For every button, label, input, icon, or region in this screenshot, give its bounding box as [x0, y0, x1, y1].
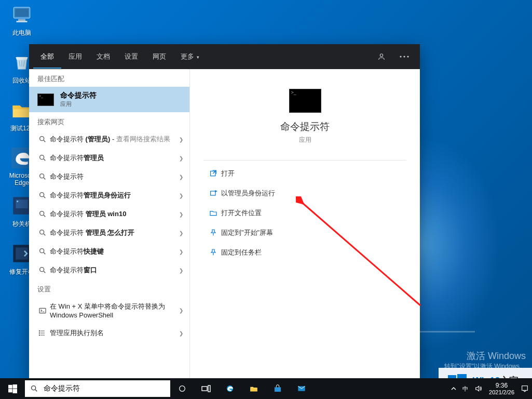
svg-point-23 — [39, 330, 39, 331]
search-icon — [35, 135, 50, 143]
section-web: 搜索网页 — [29, 112, 189, 130]
search-icon — [35, 172, 50, 181]
svg-point-14 — [40, 137, 44, 141]
store-taskbar-icon[interactable] — [266, 378, 290, 399]
system-tray: 中 9:36 2021/2/26 — [448, 378, 532, 399]
action-run-as-admin[interactable]: 以管理员身份运行 — [203, 183, 406, 203]
web-result[interactable]: 命令提示符 ❯ — [29, 167, 189, 186]
search-icon — [35, 210, 50, 218]
cortana-icon[interactable] — [170, 378, 194, 399]
taskbar-search[interactable] — [25, 380, 170, 397]
search-icon — [35, 266, 50, 274]
web-result[interactable]: 命令提示符窗口 ❯ — [29, 261, 189, 280]
svg-rect-22 — [39, 308, 46, 313]
svg-point-17 — [40, 193, 44, 197]
action-label: 以管理员身份运行 — [221, 189, 275, 198]
desktop-icon-label: 此电脑 — [2, 28, 42, 38]
user-icon[interactable] — [370, 52, 393, 61]
svg-point-15 — [40, 155, 44, 159]
tray-notifications-icon[interactable] — [517, 378, 532, 399]
action-open[interactable]: 打开 — [203, 164, 406, 183]
web-result[interactable]: 命令提示符快捷键 ❯ — [29, 242, 189, 261]
search-icon — [25, 384, 44, 393]
chevron-right-icon: ❯ — [179, 211, 183, 217]
settings-result[interactable]: 管理应用执行别名 ❯ — [29, 324, 189, 342]
desktop-icon-this-pc[interactable]: 此电脑 — [2, 3, 42, 38]
chevron-right-icon: ❯ — [179, 174, 183, 180]
svg-rect-35 — [8, 389, 12, 392]
web-result[interactable]: 命令提示符 管理员 win10 ❯ — [29, 205, 189, 223]
chevron-right-icon: ❯ — [179, 155, 183, 161]
svg-point-21 — [40, 268, 44, 272]
explorer-taskbar-icon[interactable] — [242, 378, 266, 399]
watermark-title: 激活 Windows — [444, 350, 526, 362]
svg-point-11 — [400, 56, 401, 57]
search-input[interactable] — [44, 384, 170, 393]
list-icon — [35, 329, 50, 337]
result-text: 命令提示符快捷键 — [50, 247, 179, 256]
tab-settings[interactable]: 设置 — [117, 45, 145, 69]
web-result[interactable]: 命令提示符管理员身份运行 ❯ — [29, 186, 189, 205]
start-button[interactable] — [0, 378, 25, 399]
svg-rect-34 — [12, 384, 17, 389]
preview-title: 命令提示符 — [203, 120, 406, 134]
action-label: 打开 — [221, 169, 235, 178]
svg-point-19 — [40, 230, 44, 234]
tray-volume-icon[interactable] — [471, 378, 486, 399]
action-label: 打开文件位置 — [221, 208, 262, 218]
web-result[interactable]: 命令提示符 管理员 怎么打开 ❯ — [29, 223, 189, 242]
svg-rect-39 — [202, 387, 207, 391]
web-result[interactable]: 命令提示符 (管理员) - 查看网络搜索结果 ❯ — [29, 130, 189, 149]
svg-rect-33 — [8, 384, 12, 388]
shield-icon — [206, 189, 221, 197]
search-icon — [35, 247, 50, 256]
result-text: 命令提示符 — [50, 172, 179, 181]
web-result[interactable]: 命令提示符管理员 ❯ — [29, 149, 189, 167]
preview-pane: 命令提示符 应用 打开 以管理员身份运行 打开文件位置 固定到"开始"屏幕 固 — [190, 69, 420, 378]
chevron-right-icon: ❯ — [179, 330, 183, 336]
app-preview-icon — [289, 89, 321, 113]
svg-rect-36 — [12, 389, 17, 393]
svg-rect-45 — [522, 386, 528, 391]
svg-point-7 — [17, 201, 18, 202]
tab-web[interactable]: 网页 — [145, 45, 173, 69]
tray-clock[interactable]: 9:36 2021/2/26 — [486, 378, 517, 399]
best-match-item[interactable]: 命令提示符 应用 — [29, 87, 189, 112]
pin-icon — [206, 248, 221, 257]
search-icon — [35, 229, 50, 237]
search-panel: 全部 应用 文档 设置 网页 更多 最佳匹配 命令提示符 应用 搜索网页 — [29, 44, 420, 378]
svg-point-12 — [403, 56, 405, 57]
edge-taskbar-icon[interactable] — [218, 378, 242, 399]
search-icon — [35, 154, 50, 162]
best-match-title: 命令提示符 — [60, 91, 97, 100]
tray-chevron-icon[interactable] — [448, 378, 459, 399]
action-pin-start[interactable]: 固定到"开始"屏幕 — [203, 223, 406, 243]
result-text: 命令提示符 管理员 怎么打开 — [50, 228, 179, 237]
results-list: 最佳匹配 命令提示符 应用 搜索网页 命令提示符 (管理员) - 查看网络搜索结… — [29, 69, 190, 378]
settings-result[interactable]: 在 Win + X 菜单中将命令提示符替换为 Windows PowerShel… — [29, 297, 189, 324]
cmd-icon — [37, 94, 54, 106]
action-pin-taskbar[interactable]: 固定到任务栏 — [203, 243, 406, 262]
result-text: 命令提示符管理员 — [50, 153, 179, 163]
chevron-right-icon: ❯ — [179, 308, 183, 313]
svg-rect-3 — [17, 21, 28, 22]
tab-docs[interactable]: 文档 — [89, 45, 117, 69]
open-icon — [206, 169, 221, 178]
action-label: 固定到"开始"屏幕 — [221, 228, 273, 237]
result-text: 管理应用执行别名 — [50, 328, 179, 338]
tab-more[interactable]: 更多 — [173, 45, 207, 69]
best-match-sub: 应用 — [60, 100, 97, 108]
result-text: 在 Win + X 菜单中将命令提示符替换为 Windows PowerShel… — [50, 302, 179, 319]
svg-rect-40 — [208, 385, 210, 392]
search-tabs: 全部 应用 文档 设置 网页 更多 — [29, 44, 420, 69]
svg-rect-27 — [211, 191, 215, 195]
action-open-location[interactable]: 打开文件位置 — [203, 203, 406, 223]
more-options-icon[interactable] — [393, 56, 416, 58]
task-view-icon[interactable] — [194, 378, 218, 399]
mail-taskbar-icon[interactable] — [290, 378, 313, 399]
tray-ime-icon[interactable]: 中 — [459, 378, 471, 399]
taskbar: 中 9:36 2021/2/26 — [0, 378, 532, 399]
tab-apps[interactable]: 应用 — [61, 45, 89, 69]
tab-all[interactable]: 全部 — [33, 45, 61, 69]
folder-open-icon — [206, 209, 221, 217]
